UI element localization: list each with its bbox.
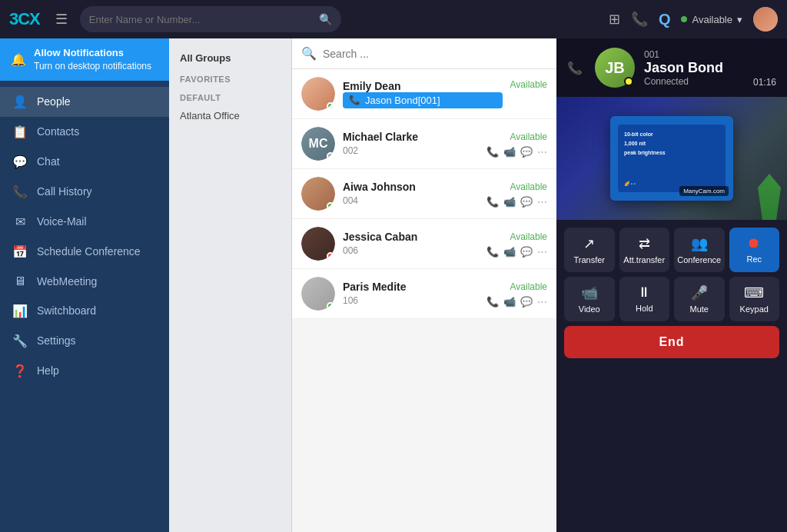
- hold-button[interactable]: ⏸ Hold: [619, 277, 670, 321]
- video-action[interactable]: 📹: [503, 196, 516, 208]
- contacts-icon: 📋: [12, 125, 28, 139]
- rec-label: Rec: [746, 254, 762, 264]
- conference-button[interactable]: 👥 Conference: [674, 228, 725, 272]
- sidebar: 🔔 Allow Notifications Turn on desktop no…: [0, 38, 169, 532]
- contact-avatar-emily: [301, 77, 335, 111]
- chat-action[interactable]: 💬: [520, 196, 533, 208]
- notification-banner[interactable]: 🔔 Allow Notifications Turn on desktop no…: [0, 38, 169, 81]
- active-call-indicator: 📞 Jason Bond[001]: [343, 92, 503, 108]
- sidebar-item-chat[interactable]: 💬 Chat: [0, 147, 169, 177]
- avatar-status-jessica: [327, 252, 334, 260]
- menu-icon[interactable]: ☰: [55, 11, 68, 28]
- manycam-badge: ManyCam.com: [679, 186, 729, 196]
- video-action[interactable]: 📹: [503, 146, 516, 158]
- phone-action[interactable]: 📞: [486, 146, 499, 158]
- chat-action[interactable]: 💬: [520, 146, 533, 158]
- sidebar-item-people[interactable]: 👤 People: [0, 87, 169, 117]
- att-transfer-label: Att.transfer: [623, 255, 665, 264]
- call-video-area: 10-bit color 1,000 nit peak brightness 🌈…: [556, 97, 787, 220]
- mute-button[interactable]: 🎤 Mute: [674, 277, 725, 321]
- more-action[interactable]: ⋯: [537, 196, 547, 208]
- monitor-text-2: 1,000 nit: [624, 140, 646, 147]
- contact-info-emily: Emily Dean 📞 Jason Bond[001]: [343, 80, 503, 108]
- sidebar-label-people: People: [37, 95, 71, 108]
- monitor-text-1: 10-bit color: [624, 131, 653, 138]
- contact-ext-paris: 106: [343, 295, 358, 306]
- michael-status: Available: [510, 131, 547, 142]
- att-transfer-icon: ⇄: [639, 235, 650, 252]
- video-button[interactable]: 📹 Video: [564, 277, 615, 321]
- transfer-button[interactable]: ↗ Transfer: [564, 228, 615, 272]
- list-item[interactable]: Jessica Caban Available 006 📞 📹 💬 ⋯: [292, 219, 556, 269]
- aiwa-status: Available: [510, 181, 547, 192]
- list-item[interactable]: MC Michael Clarke Available 002 📞 📹 💬: [292, 119, 556, 169]
- history-icon: 📞: [12, 185, 28, 199]
- end-call-button[interactable]: End: [564, 326, 779, 358]
- video-action[interactable]: 📹: [503, 296, 516, 308]
- monitor-text-3: peak brightness: [624, 149, 666, 156]
- call-status: Connected: [644, 76, 744, 87]
- status-label: Available: [692, 14, 732, 25]
- main-area: 🔔 Allow Notifications Turn on desktop no…: [0, 38, 787, 532]
- list-item[interactable]: Aiwa Johnson Available 004 📞 📹 💬 ⋯: [292, 169, 556, 219]
- contact-name-michael: Michael Clarke: [343, 131, 418, 143]
- rec-button[interactable]: ⏺ Rec: [729, 228, 780, 272]
- more-action[interactable]: ⋯: [537, 246, 547, 258]
- sidebar-item-contacts[interactable]: 📋 Contacts: [0, 117, 169, 147]
- sidebar-label-voicemail: Voice-Mail: [37, 215, 87, 228]
- phone-action[interactable]: 📞: [486, 246, 499, 258]
- calendar-icon: 📅: [12, 244, 28, 259]
- group-item-atlanta[interactable]: Atlanta Office: [169, 105, 291, 126]
- all-groups-title[interactable]: All Groups: [169, 48, 291, 68]
- sidebar-label-settings: Settings: [37, 334, 76, 347]
- sidebar-label-webmeeting: WebMeeting: [37, 275, 97, 288]
- sidebar-item-settings[interactable]: 🔧 Settings: [0, 326, 169, 356]
- grid-icon[interactable]: ⊞: [609, 11, 620, 28]
- sidebar-item-help[interactable]: ❓ Help: [0, 356, 169, 386]
- jessica-actions: 📞 📹 💬 ⋯: [486, 246, 547, 258]
- more-action[interactable]: ⋯: [537, 146, 547, 158]
- user-avatar-img: [753, 7, 778, 32]
- active-call-label: Jason Bond[001]: [365, 95, 440, 106]
- switchboard-icon: 📊: [12, 304, 28, 318]
- call-header: 📞 JB 001 Jason Bond Connected 01:16: [556, 38, 787, 97]
- topbar-actions: ⊞ 📞 Q Available ▾: [609, 7, 778, 32]
- contact-avatar-aiwa: [301, 177, 335, 211]
- voicemail-icon: ✉: [12, 214, 28, 229]
- list-item[interactable]: Paris Medite Available 106 📞 📹 💬 ⋯: [292, 269, 556, 319]
- contact-name-aiwa: Aiwa Johnson: [343, 181, 416, 193]
- phone-icon[interactable]: 📞: [631, 11, 648, 28]
- jessica-status: Available: [510, 231, 547, 242]
- phone-action[interactable]: 📞: [486, 196, 499, 208]
- video-icon: 📹: [581, 284, 598, 301]
- user-avatar[interactable]: [753, 7, 778, 32]
- global-search-input[interactable]: [89, 14, 314, 25]
- sidebar-item-voicemail[interactable]: ✉ Voice-Mail: [0, 207, 169, 237]
- settings-icon: 🔧: [12, 334, 28, 348]
- keypad-button[interactable]: ⌨ Keypad: [729, 277, 780, 321]
- favorites-section: FAVORITES: [169, 68, 291, 87]
- help-icon: ❓: [12, 364, 28, 378]
- q-icon[interactable]: Q: [659, 11, 671, 28]
- phone-action[interactable]: 📞: [486, 296, 499, 308]
- webmeeting-icon: 🖥: [12, 274, 28, 288]
- sidebar-item-webmeeting[interactable]: 🖥 WebMeeting: [0, 267, 169, 296]
- contact-avatar-michael: MC: [301, 127, 335, 161]
- more-action[interactable]: ⋯: [537, 296, 547, 308]
- video-action[interactable]: 📹: [503, 246, 516, 258]
- aiwa-actions: 📞 📹 💬 ⋯: [486, 196, 547, 208]
- sidebar-item-schedule-conference[interactable]: 📅 Schedule Conference: [0, 237, 169, 267]
- sidebar-item-call-history[interactable]: 📞 Call History: [0, 177, 169, 207]
- call-controls: ↗ Transfer ⇄ Att.transfer 👥 Conference ⏺…: [556, 220, 787, 366]
- att-transfer-button[interactable]: ⇄ Att.transfer: [619, 228, 670, 272]
- contact-list: Emily Dean 📞 Jason Bond[001] Available M…: [292, 69, 556, 532]
- chat-icon: 💬: [12, 155, 28, 169]
- chat-action[interactable]: 💬: [520, 246, 533, 258]
- status-selector[interactable]: Available ▾: [681, 14, 742, 25]
- contacts-search-input[interactable]: [323, 48, 547, 60]
- list-item[interactable]: Emily Dean 📞 Jason Bond[001] Available: [292, 69, 556, 119]
- sidebar-item-switchboard[interactable]: 📊 Switchboard: [0, 296, 169, 326]
- mute-label: Mute: [690, 304, 709, 314]
- call-avatar-status: [624, 77, 633, 86]
- chat-action[interactable]: 💬: [520, 296, 533, 308]
